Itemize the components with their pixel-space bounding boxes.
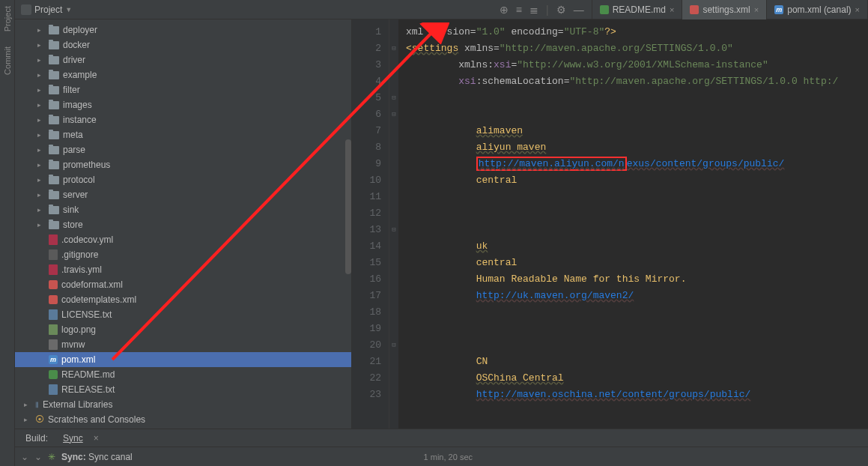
file-icon: m xyxy=(774,5,783,14)
gear-icon[interactable]: ⚙ xyxy=(556,4,566,16)
file-pom-xml[interactable]: mpom.xml xyxy=(15,352,351,367)
chevron-down-icon[interactable]: ▼ xyxy=(65,6,72,13)
folder-icon xyxy=(49,116,59,124)
folder-server[interactable]: ▸server xyxy=(15,187,351,202)
gutter-commit[interactable]: Commit xyxy=(3,46,12,75)
scratches[interactable]: ▸⦿Scratches and Consoles xyxy=(15,412,351,427)
folder-prometheus[interactable]: ▸prometheus xyxy=(15,157,351,172)
folder-icon xyxy=(49,26,59,34)
toolbar: Project ▼ ⊕ ≡ ≣ | ⚙ — README.md×settings… xyxy=(15,0,868,19)
file-icon xyxy=(690,5,699,14)
folder-parse[interactable]: ▸parse xyxy=(15,142,351,157)
scratch-icon: ⦿ xyxy=(35,414,44,425)
library-icon: ⫴ xyxy=(35,400,39,410)
file-icon xyxy=(49,339,58,350)
collapse-icon[interactable]: ≣ xyxy=(529,4,538,16)
file-icon xyxy=(49,264,58,275)
sync-label: Sync: Sync canal xyxy=(61,452,133,462)
file-codetemplates-xml[interactable]: codetemplates.xml xyxy=(15,292,351,307)
chevron-down-icon[interactable]: ⌄ xyxy=(21,452,28,462)
folder-instance[interactable]: ▸instance xyxy=(15,112,351,127)
close-icon[interactable]: × xyxy=(855,5,860,14)
chevron-right-icon[interactable]: ▸ xyxy=(37,191,45,199)
file-codeformat-xml[interactable]: codeformat.xml xyxy=(15,277,351,292)
code-area[interactable]: xml version="1.0" encoding="UTF-8"?> <se… xyxy=(398,19,868,429)
chevron-right-icon[interactable]: ▸ xyxy=(37,206,45,214)
external-libraries[interactable]: ▸⫴External Libraries xyxy=(15,397,351,412)
folder-images[interactable]: ▸images xyxy=(15,97,351,112)
folder-protocol[interactable]: ▸protocol xyxy=(15,172,351,187)
chevron-right-icon[interactable]: ▸ xyxy=(24,401,31,408)
file--gitignore[interactable]: .gitignore xyxy=(15,247,351,262)
chevron-right-icon[interactable]: ▸ xyxy=(37,221,45,229)
chevron-right-icon[interactable]: ▸ xyxy=(37,176,45,184)
folder-icon xyxy=(49,41,59,49)
chevron-right-icon[interactable]: ▸ xyxy=(37,116,45,124)
tab-README-md[interactable]: README.md× xyxy=(592,0,683,19)
project-tree[interactable]: ▸deployer▸docker▸driver▸example▸filter▸i… xyxy=(15,19,352,429)
editor-tabs: README.md×settings.xml×mpom.xml (canal)× xyxy=(592,0,868,19)
folder-icon xyxy=(49,86,59,94)
tab-settings-xml[interactable]: settings.xml× xyxy=(682,0,767,19)
folder-meta[interactable]: ▸meta xyxy=(15,127,351,142)
folder-example[interactable]: ▸example xyxy=(15,67,351,82)
close-icon[interactable]: × xyxy=(670,5,674,14)
file-icon xyxy=(49,370,58,379)
file-README-md[interactable]: README.md xyxy=(15,367,351,382)
gutter-project[interactable]: Project xyxy=(3,6,12,31)
build-label: Build: xyxy=(21,432,52,445)
chevron-right-icon[interactable]: ▸ xyxy=(37,146,45,154)
file-icon xyxy=(49,295,58,304)
file--codecov-yml[interactable]: .codecov.yml xyxy=(15,232,351,247)
file-RELEASE-txt[interactable]: RELEASE.txt xyxy=(15,382,351,397)
folder-icon xyxy=(49,221,59,229)
file-icon xyxy=(49,249,58,260)
folder-icon xyxy=(49,71,59,79)
project-label[interactable]: Project xyxy=(34,4,62,15)
folder-store[interactable]: ▸store xyxy=(15,217,351,232)
fold-column[interactable]: ⊟⊟⊟⊟⊟ xyxy=(389,19,398,429)
chevron-right-icon[interactable]: ▸ xyxy=(37,131,45,139)
folder-driver[interactable]: ▸driver xyxy=(15,52,351,67)
chevron-right-icon[interactable]: ▸ xyxy=(37,86,45,94)
scrollbar[interactable] xyxy=(345,139,351,274)
folder-icon xyxy=(49,161,59,169)
file-LICENSE-txt[interactable]: LICENSE.txt xyxy=(15,307,351,322)
sync-time: 1 min, 20 sec xyxy=(424,453,862,462)
folder-sink[interactable]: ▸sink xyxy=(15,202,351,217)
close-icon[interactable]: × xyxy=(94,433,99,444)
file-icon xyxy=(600,5,609,14)
chevron-right-icon[interactable]: ▸ xyxy=(37,26,45,34)
tab-pom-xml-canal-[interactable]: mpom.xml (canal)× xyxy=(767,0,868,19)
hide-icon[interactable]: — xyxy=(574,4,584,16)
folder-icon xyxy=(49,146,59,154)
folder-filter[interactable]: ▸filter xyxy=(15,82,351,97)
chevron-right-icon[interactable]: ▸ xyxy=(37,71,45,79)
folder-icon xyxy=(49,206,59,214)
folder-icon xyxy=(49,131,59,139)
chevron-right-icon[interactable]: ▸ xyxy=(37,56,45,64)
code-editor[interactable]: 1234567891011121314151617181920212223 ⊟⊟… xyxy=(352,19,868,429)
chevron-right-icon[interactable]: ▸ xyxy=(24,416,31,423)
chevron-down-icon[interactable]: ⌄ xyxy=(34,452,42,462)
chevron-right-icon[interactable]: ▸ xyxy=(37,41,45,49)
chevron-right-icon[interactable]: ▸ xyxy=(37,101,45,109)
file-logo-png[interactable]: logo.png xyxy=(15,322,351,337)
build-panel: Build: Sync × ⌄ ⌄ ✳ Sync: Sync canal 1 m… xyxy=(15,429,868,466)
file-icon xyxy=(49,234,58,245)
sync-tab[interactable]: Sync xyxy=(58,432,88,445)
folder-icon xyxy=(49,101,59,109)
expand-icon[interactable]: ≡ xyxy=(516,4,522,16)
file--travis-yml[interactable]: .travis.yml xyxy=(15,262,351,277)
close-icon[interactable]: × xyxy=(754,5,759,14)
file-mvnw[interactable]: mvnw xyxy=(15,337,351,352)
file-icon xyxy=(49,280,58,289)
chevron-right-icon[interactable]: ▸ xyxy=(37,161,45,169)
folder-deployer[interactable]: ▸deployer xyxy=(15,22,351,37)
file-icon xyxy=(49,309,58,320)
file-icon xyxy=(49,384,58,395)
folder-icon xyxy=(49,191,59,199)
line-gutter: 1234567891011121314151617181920212223 xyxy=(352,19,389,429)
folder-docker[interactable]: ▸docker xyxy=(15,37,351,52)
target-icon[interactable]: ⊕ xyxy=(500,4,509,16)
